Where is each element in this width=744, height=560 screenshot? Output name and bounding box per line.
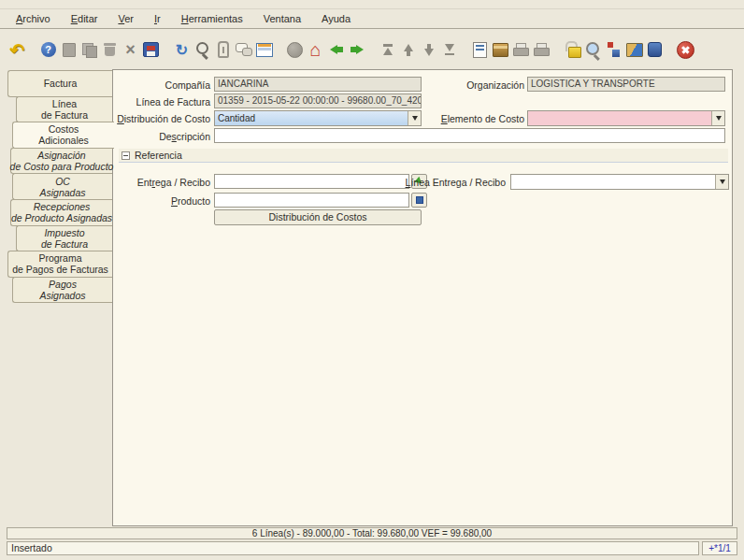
find-icon[interactable] (193, 39, 212, 60)
compania-field[interactable]: IANCARINA (214, 77, 422, 92)
chevron-down-icon[interactable] (715, 175, 728, 189)
tab-label: Asignación (37, 150, 85, 161)
form-view-icon[interactable] (470, 39, 490, 60)
tab-label: Recepciones (34, 201, 91, 212)
tab-oc-asignadas[interactable]: OC Asignadas (12, 173, 112, 200)
form-panel: Compañía IANCARINA Organización LOGISTIC… (112, 69, 733, 526)
copy-record-icon (79, 39, 99, 60)
back-icon[interactable] (326, 39, 346, 60)
linea-entrega-recibo-label: Línea Entrega / Recibo (424, 176, 506, 189)
tab-label: Asignadas (39, 187, 85, 198)
distribucion-de-costos-button[interactable]: Distribución de Costos (214, 209, 422, 225)
chevron-down-icon[interactable] (408, 111, 421, 125)
grid-toggle-icon[interactable] (254, 39, 274, 60)
linea-entrega-recibo-combo[interactable] (510, 174, 729, 190)
menu-ver[interactable]: Ver (107, 11, 144, 26)
record-summary-text: 6 Línea(s) - 89.000,00 - Total: 99.680,0… (252, 528, 492, 538)
linea-entrega-recibo-value (511, 175, 715, 189)
menu-editar[interactable]: Editar (61, 11, 108, 26)
last-record-icon[interactable] (439, 39, 459, 60)
product-info-icon[interactable] (645, 39, 665, 60)
entrega-recibo-label: Entrega / Recibo (113, 176, 210, 189)
distribucion-costo-value: Cantidad (215, 111, 408, 125)
tab-label: Factura (44, 78, 78, 89)
producto-label: Producto (113, 194, 210, 208)
zoom-across-icon[interactable] (583, 39, 603, 60)
descripcion-input[interactable] (214, 128, 725, 143)
home-icon[interactable] (306, 39, 325, 60)
next-record-icon[interactable] (419, 39, 438, 60)
tab-label: de Producto Asignadas (11, 212, 112, 223)
tab-label: de Factura (41, 238, 88, 250)
referencia-section-label: Referencia (135, 150, 182, 161)
menu-ventana[interactable]: Ventana (253, 11, 311, 26)
close-x-glyph (681, 46, 689, 53)
print-icon (511, 39, 531, 60)
tab-label: Asignados (39, 290, 85, 301)
tab-label: de Costo para Producto (10, 161, 114, 172)
record-indicator: +*1/1 (702, 541, 737, 555)
referencia-section-header: Referencia (119, 149, 728, 163)
linea-factura-field[interactable]: 01359 - 2015-05-22 00:00:00 - 99680.00_7… (214, 93, 422, 108)
collapse-icon[interactable] (122, 151, 130, 160)
status-bar: Insertado +*1/1 (7, 541, 737, 555)
workflow-icon[interactable] (604, 39, 623, 60)
tab-label: Adicionales (38, 135, 89, 146)
tab-factura[interactable]: Factura (7, 70, 112, 97)
tab-asignacion-de-costo-para-producto[interactable]: Asignación de Costo para Producto (10, 148, 112, 175)
tab-impuesto-de-factura[interactable]: Impuesto de Factura (16, 225, 112, 252)
save-icon[interactable] (141, 39, 161, 60)
elemento-costo-combo[interactable] (527, 110, 725, 126)
exit-icon[interactable] (676, 39, 695, 60)
undo-icon[interactable] (7, 39, 27, 60)
producto-lookup-button[interactable] (411, 193, 427, 208)
menu-archivo[interactable]: Archivo (6, 11, 61, 26)
delete-record-icon (100, 39, 120, 60)
tab-recepciones-de-producto-asignadas[interactable]: Recepciones de Producto Asignadas (10, 199, 112, 226)
first-record-icon[interactable] (378, 39, 397, 60)
compania-label: Compañía (113, 79, 210, 92)
new-record-icon (59, 39, 79, 60)
tab-label: Pagos (49, 279, 77, 290)
tab-label: Costos (49, 123, 79, 135)
menu-ir[interactable]: Ir (144, 11, 171, 26)
previous-record-icon[interactable] (398, 39, 418, 60)
tab-label: Programa (38, 252, 81, 264)
menu-herramientas[interactable]: Herramientas (171, 11, 253, 26)
distribucion-costo-label: Distribución de Costo (113, 112, 210, 125)
export-icon[interactable] (624, 39, 644, 60)
producto-input[interactable] (214, 193, 409, 208)
blue-square-icon (416, 196, 423, 204)
elemento-costo-label: Elemento de Costo (422, 112, 524, 125)
forward-icon[interactable] (347, 39, 366, 60)
help-icon[interactable] (38, 39, 58, 60)
chevron-down-icon[interactable] (711, 111, 724, 125)
entrega-recibo-input[interactable] (214, 174, 409, 189)
tab-costos-adicionales[interactable]: Costos Adicionales (12, 122, 114, 149)
tab-label: Línea (52, 98, 77, 109)
organizacion-label: Organización (422, 79, 524, 92)
tab-sidebar: Factura Línea de Factura Costos Adiciona… (7, 70, 112, 303)
chat-icon[interactable] (234, 39, 253, 60)
tab-pagos-asignados[interactable]: Pagos Asignados (12, 277, 112, 304)
attachment-icon[interactable] (213, 39, 233, 60)
elemento-costo-value (528, 111, 711, 125)
lock-icon[interactable] (563, 39, 582, 60)
refresh-icon[interactable] (172, 39, 192, 60)
menu-bar: Archivo Editar Ver Ir Herramientas Venta… (0, 8, 744, 29)
print-preview-icon (532, 39, 551, 60)
linea-factura-label: Línea de Factura (113, 95, 210, 108)
toolbar (0, 30, 744, 69)
tab-label: de Pagos de Facturas (12, 264, 108, 275)
delete-selection-icon (121, 39, 140, 60)
tab-linea-de-factura[interactable]: Línea de Factura (16, 96, 112, 123)
menu-ayuda[interactable]: Ayuda (311, 11, 361, 26)
tab-programa-de-pagos-de-facturas[interactable]: Programa de Pagos de Facturas (7, 251, 112, 278)
tab-label: OC (55, 176, 70, 187)
distribucion-costo-combo[interactable]: Cantidad (214, 110, 422, 126)
descripcion-label: Descripción (113, 130, 210, 143)
record-summary-band: 6 Línea(s) - 89.000,00 - Total: 99.680,0… (7, 527, 737, 539)
organizacion-field[interactable]: LOGISTICA Y TRANSPORTE (527, 77, 725, 92)
archive-icon[interactable] (491, 39, 510, 60)
tab-label: de Factura (41, 109, 88, 121)
